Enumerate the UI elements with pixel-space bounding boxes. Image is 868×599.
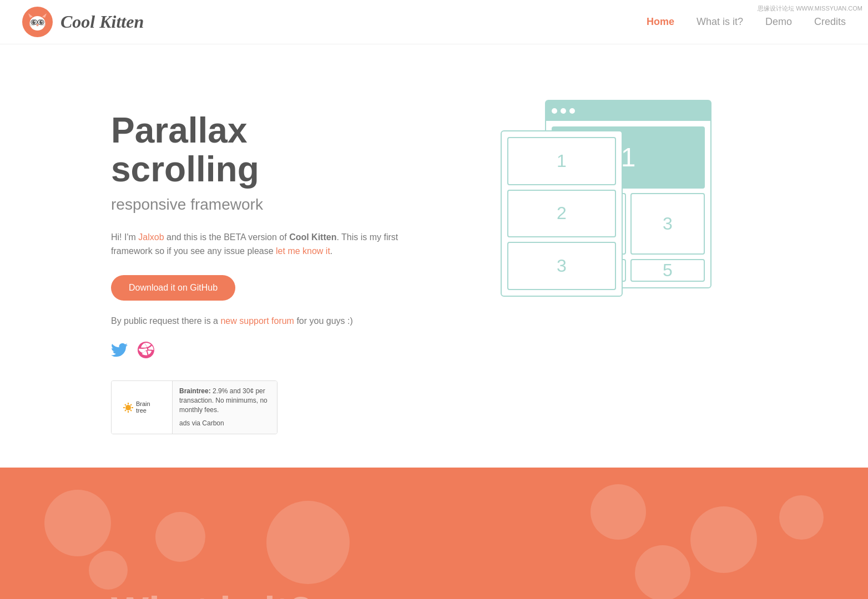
front-cell-2: 2 bbox=[507, 190, 616, 238]
logo-icon bbox=[22, 7, 53, 37]
svg-point-1 bbox=[30, 16, 46, 31]
window-dot-3 bbox=[569, 108, 575, 114]
logo-area: Cool Kitten bbox=[22, 7, 144, 37]
hero-illustration: 1 2 3 4 5 bbox=[400, 89, 813, 311]
window-dot-1 bbox=[552, 108, 557, 114]
blob-1 bbox=[44, 490, 111, 556]
svg-point-6 bbox=[32, 21, 36, 24]
svg-text:tree: tree bbox=[136, 407, 147, 414]
header: Cool Kitten Home What is it? Demo Credit… bbox=[0, 0, 868, 44]
twitter-icon[interactable] bbox=[111, 342, 128, 361]
hero-desc-before: Hi! I'm bbox=[111, 232, 138, 242]
blob-3 bbox=[266, 501, 350, 584]
hero-section: Parallax scrolling responsive framework … bbox=[0, 44, 868, 468]
forum-after: for you guys :) bbox=[294, 316, 353, 326]
social-icons bbox=[111, 342, 400, 361]
blob-8 bbox=[635, 545, 690, 599]
hero-content: Parallax scrolling responsive framework … bbox=[111, 89, 400, 434]
author-link[interactable]: Jalxob bbox=[138, 232, 164, 242]
front-cell-3: 3 bbox=[507, 242, 616, 290]
window-front: 1 2 3 bbox=[501, 130, 623, 297]
hero-desc-middle: and this is the BETA version of bbox=[164, 232, 290, 242]
blob-5 bbox=[690, 506, 757, 573]
svg-point-18 bbox=[125, 405, 131, 410]
svg-point-9 bbox=[41, 21, 42, 22]
blob-4 bbox=[591, 484, 646, 540]
forum-link[interactable]: new support forum bbox=[220, 316, 294, 326]
svg-point-10 bbox=[37, 24, 39, 26]
nav-demo[interactable]: Demo bbox=[765, 16, 792, 28]
bottom-section: What is it? bbox=[0, 468, 868, 599]
front-cell-1: 1 bbox=[507, 137, 616, 185]
watermark: 思缘设计论坛 WWW.MISSYUAN.COM bbox=[758, 4, 862, 13]
svg-line-26 bbox=[125, 410, 126, 411]
hero-desc-end: . bbox=[330, 246, 332, 256]
ad-content: Braintree: 2.9% and 30¢ per transaction.… bbox=[173, 381, 277, 434]
ad-brand: Braintree: bbox=[179, 387, 211, 395]
window-dot-2 bbox=[561, 108, 566, 114]
svg-point-8 bbox=[34, 21, 35, 22]
svg-line-25 bbox=[130, 404, 132, 405]
dribbble-icon[interactable] bbox=[138, 342, 154, 361]
svg-text:Brain: Brain bbox=[136, 400, 150, 407]
browser-mockup: 1 2 3 4 5 bbox=[501, 100, 711, 311]
hero-subtitle: responsive framework bbox=[111, 196, 400, 214]
hero-brand: Cool Kitten bbox=[289, 232, 336, 242]
back-cell-5: 5 bbox=[630, 259, 705, 282]
blob-6 bbox=[779, 495, 824, 540]
contact-link[interactable]: let me know it bbox=[276, 246, 330, 256]
blob-2 bbox=[155, 512, 205, 562]
main-nav: Home What is it? Demo Credits bbox=[647, 16, 846, 28]
blob-7 bbox=[89, 551, 128, 590]
svg-line-24 bbox=[130, 410, 132, 411]
ad-image: Brain tree bbox=[112, 381, 173, 434]
ad-via: ads via Carbon bbox=[179, 419, 270, 428]
hero-title: Parallax scrolling bbox=[111, 111, 400, 189]
logo-text: Cool Kitten bbox=[60, 12, 144, 32]
hero-forum: By public request there is a new support… bbox=[111, 316, 400, 326]
hero-description: Hi! I'm Jalxob and this is the BETA vers… bbox=[111, 230, 400, 258]
braintree-logo-icon: Brain tree bbox=[117, 394, 167, 422]
nav-home[interactable]: Home bbox=[647, 16, 674, 28]
nav-what-is-it[interactable]: What is it? bbox=[697, 16, 743, 28]
back-cell-3: 3 bbox=[630, 193, 705, 255]
window-titlebar bbox=[546, 101, 710, 121]
ad-box: Brain tree Braintree: 2.9% and 30¢ per t… bbox=[111, 380, 277, 434]
braintree-logo: Brain tree bbox=[117, 394, 167, 422]
bottom-heading: What is it? bbox=[111, 588, 313, 599]
ad-text: Braintree: 2.9% and 30¢ per transaction.… bbox=[179, 387, 270, 414]
download-button[interactable]: Download it on GitHub bbox=[111, 275, 235, 301]
svg-line-23 bbox=[125, 404, 126, 405]
forum-before: By public request there is a bbox=[111, 316, 220, 326]
nav-credits[interactable]: Credits bbox=[814, 16, 846, 28]
svg-point-7 bbox=[39, 21, 43, 24]
